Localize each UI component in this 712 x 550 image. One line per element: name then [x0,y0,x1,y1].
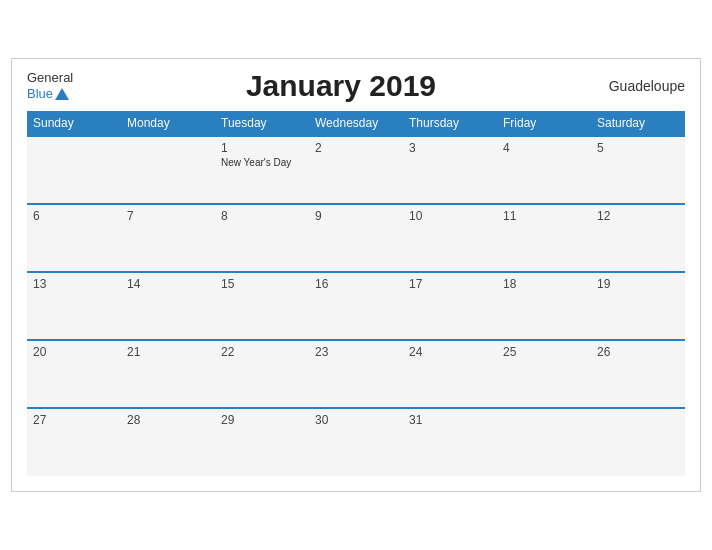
logo-blue: Blue [27,86,73,102]
calendar-cell: 17 [403,272,497,340]
calendar-cell: 28 [121,408,215,476]
calendar-country: Guadeloupe [609,78,685,94]
day-number: 10 [409,209,491,223]
calendar-week-row: 6789101112 [27,204,685,272]
calendar-cell: 5 [591,136,685,204]
calendar-container: General Blue January 2019 Guadeloupe Sun… [11,58,701,492]
calendar-cell: 8 [215,204,309,272]
weekday-header-tuesday: Tuesday [215,111,309,136]
calendar-cell [497,408,591,476]
day-number: 22 [221,345,303,359]
calendar-tbody: 1New Year's Day2345678910111213141516171… [27,136,685,476]
day-number: 1 [221,141,303,155]
calendar-cell: 31 [403,408,497,476]
day-number: 4 [503,141,585,155]
day-number: 7 [127,209,209,223]
day-number: 28 [127,413,209,427]
calendar-cell: 1New Year's Day [215,136,309,204]
day-number: 5 [597,141,679,155]
weekday-header-friday: Friday [497,111,591,136]
calendar-cell [27,136,121,204]
calendar-cell [591,408,685,476]
calendar-cell [121,136,215,204]
day-number: 26 [597,345,679,359]
calendar-week-row: 20212223242526 [27,340,685,408]
day-number: 11 [503,209,585,223]
logo-triangle-icon [55,88,69,100]
day-number: 30 [315,413,397,427]
day-number: 17 [409,277,491,291]
day-number: 3 [409,141,491,155]
calendar-cell: 24 [403,340,497,408]
day-number: 9 [315,209,397,223]
day-number: 16 [315,277,397,291]
weekday-header-wednesday: Wednesday [309,111,403,136]
calendar-cell: 7 [121,204,215,272]
calendar-week-row: 2728293031 [27,408,685,476]
calendar-cell: 15 [215,272,309,340]
calendar-cell: 12 [591,204,685,272]
calendar-cell: 25 [497,340,591,408]
day-number: 15 [221,277,303,291]
calendar-week-row: 1New Year's Day2345 [27,136,685,204]
day-number: 6 [33,209,115,223]
calendar-cell: 13 [27,272,121,340]
day-number: 21 [127,345,209,359]
day-number: 13 [33,277,115,291]
day-number: 31 [409,413,491,427]
calendar-table: SundayMondayTuesdayWednesdayThursdayFrid… [27,111,685,476]
calendar-cell: 4 [497,136,591,204]
calendar-title: January 2019 [246,69,436,103]
calendar-cell: 22 [215,340,309,408]
calendar-cell: 23 [309,340,403,408]
calendar-week-row: 13141516171819 [27,272,685,340]
weekday-header-thursday: Thursday [403,111,497,136]
day-number: 25 [503,345,585,359]
day-number: 23 [315,345,397,359]
day-number: 27 [33,413,115,427]
day-number: 29 [221,413,303,427]
calendar-cell: 10 [403,204,497,272]
calendar-cell: 2 [309,136,403,204]
weekday-header-saturday: Saturday [591,111,685,136]
weekday-header-sunday: Sunday [27,111,121,136]
day-number: 2 [315,141,397,155]
calendar-cell: 11 [497,204,591,272]
calendar-cell: 18 [497,272,591,340]
day-number: 8 [221,209,303,223]
logo: General Blue [27,70,73,101]
calendar-cell: 6 [27,204,121,272]
calendar-header: General Blue January 2019 Guadeloupe [27,69,685,103]
day-number: 19 [597,277,679,291]
calendar-cell: 3 [403,136,497,204]
calendar-cell: 16 [309,272,403,340]
calendar-cell: 19 [591,272,685,340]
calendar-cell: 20 [27,340,121,408]
day-number: 18 [503,277,585,291]
calendar-cell: 14 [121,272,215,340]
calendar-cell: 21 [121,340,215,408]
calendar-thead: SundayMondayTuesdayWednesdayThursdayFrid… [27,111,685,136]
day-number: 12 [597,209,679,223]
weekday-header-row: SundayMondayTuesdayWednesdayThursdayFrid… [27,111,685,136]
logo-general: General [27,70,73,86]
day-event: New Year's Day [221,157,303,168]
calendar-cell: 27 [27,408,121,476]
calendar-cell: 30 [309,408,403,476]
weekday-header-monday: Monday [121,111,215,136]
calendar-cell: 26 [591,340,685,408]
day-number: 14 [127,277,209,291]
day-number: 24 [409,345,491,359]
day-number: 20 [33,345,115,359]
calendar-cell: 29 [215,408,309,476]
calendar-cell: 9 [309,204,403,272]
